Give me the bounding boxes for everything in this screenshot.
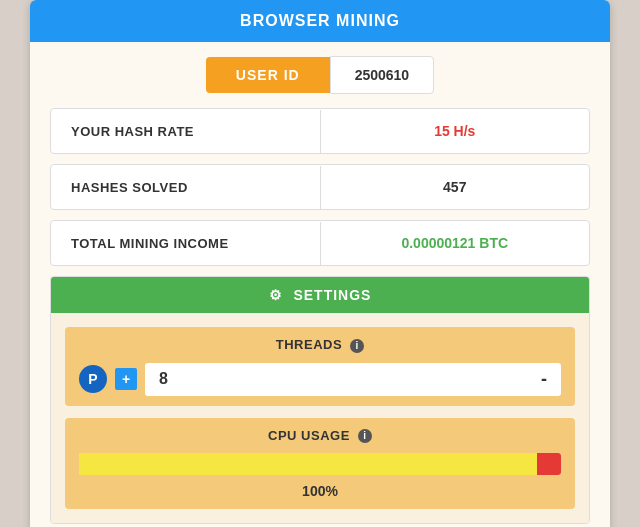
threads-value-display: 8 - (145, 363, 561, 396)
settings-body: THREADS i P + 8 - CPU USAGE i (51, 313, 589, 523)
hash-rate-value: 15 H/s (321, 109, 590, 153)
threads-controls: P + 8 - (79, 363, 561, 396)
settings-title: SETTINGS (293, 287, 371, 303)
threads-section: THREADS i P + 8 - (65, 327, 575, 406)
cpu-info-icon[interactable]: i (358, 429, 372, 443)
mining-income-label: TOTAL MINING INCOME (51, 222, 321, 265)
threads-minus-button[interactable]: - (541, 369, 547, 390)
hash-rate-label: YOUR HASH RATE (51, 110, 321, 153)
user-id-row: USER ID 2500610 (30, 42, 610, 108)
cpu-bar-container (79, 453, 561, 475)
user-id-button[interactable]: USER ID (206, 57, 330, 93)
cpu-section: CPU USAGE i 100% (65, 418, 575, 510)
gear-icon: ⚙ (269, 287, 283, 303)
threads-buttons: + (115, 368, 137, 390)
cpu-bar (79, 453, 561, 475)
threads-p-icon: P (79, 365, 107, 393)
main-card: BROWSER MINING USER ID 2500610 YOUR HASH… (30, 0, 610, 527)
hashes-solved-label: HASHES SOLVED (51, 166, 321, 209)
hashes-solved-row: HASHES SOLVED 457 (50, 164, 590, 210)
cpu-usage-label: CPU USAGE (268, 428, 350, 443)
threads-plus-button[interactable]: + (115, 368, 137, 390)
cpu-header: CPU USAGE i (79, 428, 561, 444)
threads-label: THREADS (276, 337, 342, 352)
settings-header: ⚙ SETTINGS (51, 277, 589, 313)
page-header: BROWSER MINING (30, 0, 610, 42)
threads-info-icon[interactable]: i (350, 339, 364, 353)
hashes-solved-value: 457 (321, 165, 590, 209)
cpu-percent: 100% (79, 483, 561, 499)
cpu-bar-red (537, 453, 561, 475)
cpu-bar-yellow (79, 453, 537, 475)
mining-income-value: 0.00000121 BTC (321, 221, 590, 265)
threads-value: 8 (159, 370, 168, 388)
hash-rate-row: YOUR HASH RATE 15 H/s (50, 108, 590, 154)
header-title: BROWSER MINING (240, 12, 400, 29)
settings-box: ⚙ SETTINGS THREADS i P + 8 - (50, 276, 590, 524)
threads-header: THREADS i (79, 337, 561, 353)
user-id-value: 2500610 (330, 56, 435, 94)
mining-income-row: TOTAL MINING INCOME 0.00000121 BTC (50, 220, 590, 266)
